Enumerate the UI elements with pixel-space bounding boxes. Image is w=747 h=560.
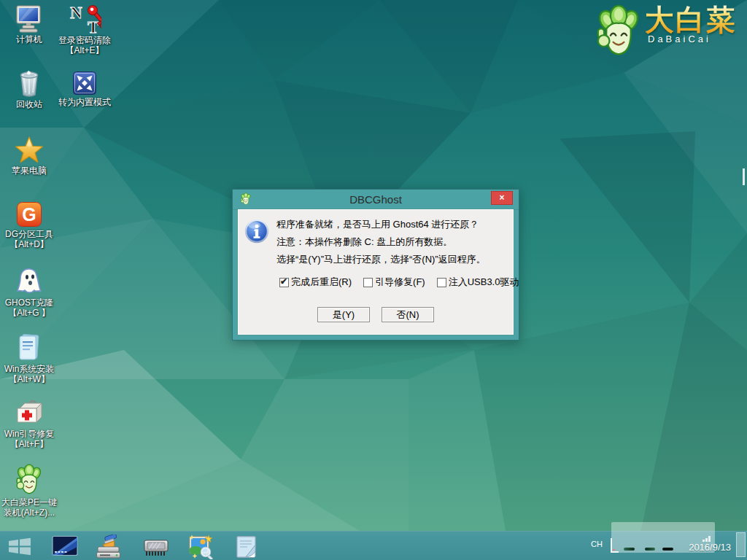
checkbox-boot-repair[interactable]: 引导修复(F) (363, 276, 425, 289)
checkbox-box (437, 278, 446, 287)
desktop-icon-recycle-bin[interactable]: 回收站 (0, 69, 58, 109)
icon-label: 大白菜PE一键 (0, 497, 58, 508)
icon-label: 计算机 (0, 34, 58, 44)
svg-text:T: T (88, 18, 98, 34)
gold-star-icon (15, 136, 44, 164)
desktop-icon-internal-mode[interactable]: 转为内置模式 (55, 71, 114, 107)
image-viewer-icon[interactable] (187, 534, 214, 559)
language-indicator[interactable]: CH (591, 540, 603, 548)
desktop-icon-dabaicai-pe[interactable]: 大白菜PE一键 装机(Alt+Z)... (0, 464, 58, 518)
icon-label-2: 【Alt+D】 (0, 239, 58, 249)
no-button[interactable]: 否(N) (382, 307, 434, 322)
icon-label-2: 【Alt+W】 (0, 374, 58, 384)
tray-dash-icon[interactable] (624, 548, 635, 551)
message-line-3: 选择“是(Y)”马上进行还原，选择“否(N)”返回程序。 (276, 253, 486, 266)
checkbox-restart-after-finish[interactable]: ✔ 完成后重启(R) (279, 276, 352, 289)
first-aid-icon (13, 400, 45, 427)
checkbox-label: 注入USB3.0驱动 (449, 276, 519, 289)
internal-mode-icon (72, 71, 97, 96)
checkbox-row: ✔ 完成后重启(R) 引导修复(F) 注入USB3.0驱动 (279, 276, 519, 289)
dialog-button-row: 是(Y) 否(N) (239, 307, 513, 322)
desktop-icon-win-install[interactable]: Win系统安装 【Alt+W】 (0, 333, 58, 384)
checkbox-inject-usb3-driver[interactable]: 注入USB3.0驱动 (437, 276, 519, 289)
start-icon (9, 538, 31, 555)
svg-text:G: G (22, 204, 36, 225)
cabbage-mascot-icon (597, 4, 640, 58)
checkbox-box (363, 278, 373, 287)
icon-label-2: 【Alt+E】 (55, 45, 114, 55)
logo-title: 大白菜 (645, 4, 737, 35)
password-key-icon: N T (68, 3, 101, 34)
show-desktop-button[interactable] (736, 532, 746, 557)
dialog-content: 程序准备就绪，是否马上用 Ghost64 进行还原？ 注意：本操作将删除 C: … (238, 209, 514, 335)
desktop-icon-boot-repair[interactable]: Win引导修复 【Alt+F】 (0, 400, 58, 449)
dbcghost-dialog: DBCGhost × 程序准备就绪，是否马上用 Ghost64 进行还原？ 注意… (232, 189, 519, 341)
recycle-bin-icon (16, 69, 42, 98)
diskgenius-icon: G (16, 201, 42, 228)
input-indicator-icon[interactable] (610, 537, 619, 553)
computer-icon (15, 5, 44, 33)
close-button[interactable]: × (491, 191, 513, 205)
start-button[interactable] (7, 536, 32, 556)
checkbox-box: ✔ (279, 278, 289, 287)
message-line-1: 程序准备就绪，是否马上用 Ghost64 进行还原？ (276, 218, 479, 231)
icon-label-2: 【Alt+G 】 (0, 308, 58, 318)
message-line-2: 注意：本操作将删除 C: 盘上的所有数据。 (276, 236, 452, 249)
info-icon (244, 219, 269, 244)
yes-button[interactable]: 是(Y) (317, 307, 370, 322)
check-mark: ✔ (280, 276, 287, 287)
desktop-icon-ghost-clone[interactable]: GHOST克隆 【Alt+G 】 (0, 267, 58, 318)
icon-label: Win引导修复 (0, 429, 58, 439)
screen-edge-artifact (743, 168, 745, 185)
desktop-icon-diskgenius[interactable]: G DG分区工具 【Alt+D】 (0, 201, 58, 249)
icon-label-2: 装机(Alt+Z)... (0, 508, 58, 518)
display-icon[interactable] (52, 535, 78, 557)
icon-label: 登录密码清除 (55, 35, 114, 45)
desktop-icon-password-clear[interactable]: N T 登录密码清除 【Alt+E】 (55, 3, 114, 55)
icon-label: 转为内置模式 (55, 97, 114, 107)
tray-dash-icon[interactable] (662, 548, 673, 551)
dialog-titlebar[interactable]: DBCGhost × (233, 190, 519, 210)
icon-label: 回收站 (0, 99, 58, 109)
icon-label: Win系统安装 (0, 364, 58, 374)
memory-chip-icon[interactable] (143, 537, 169, 559)
icon-label: DG分区工具 (0, 229, 58, 239)
win-install-icon (16, 333, 42, 362)
dabaicai-logo: 大白菜 DaBaiCai (597, 4, 737, 58)
desktop-icon-apple[interactable]: 苹果电脑 (0, 136, 58, 176)
desktop-icon-computer[interactable]: 计算机 (0, 5, 58, 44)
icon-label-2: 【Alt+F】 (0, 439, 58, 449)
clock-date[interactable]: 2016/9/13 (677, 542, 731, 553)
checkbox-label: 引导修复(F) (375, 276, 425, 289)
dialog-title: DBCGhost (233, 193, 519, 206)
icon-label: GHOST克隆 (0, 298, 58, 308)
notepad-icon[interactable] (234, 534, 259, 559)
tray-dash-icon[interactable] (645, 548, 655, 551)
checkbox-label: 完成后重启(R) (291, 276, 352, 289)
desktop-screen: 大白菜 DaBaiCai 计算机 N T 登 (0, 0, 747, 560)
ghost-icon (15, 267, 44, 296)
cabbage-icon (16, 464, 42, 496)
signal-bars-icon[interactable] (703, 536, 711, 542)
svg-text:N: N (70, 4, 82, 22)
icon-label: 苹果电脑 (0, 166, 58, 176)
disk-cleanup-icon[interactable] (96, 534, 123, 559)
